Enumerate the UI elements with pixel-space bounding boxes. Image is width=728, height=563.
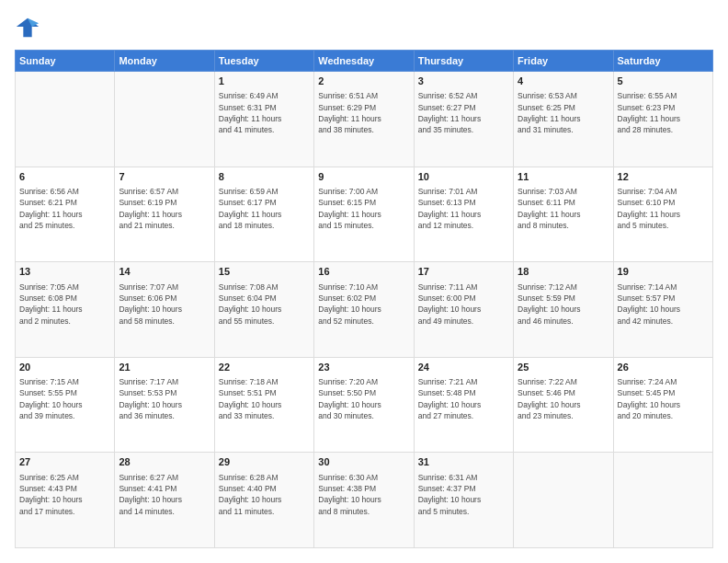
cell-content: Sunrise: 6:59 AMSunset: 6:17 PMDaylight:… bbox=[219, 186, 310, 231]
cell-content: Sunrise: 7:12 AMSunset: 5:59 PMDaylight:… bbox=[518, 282, 609, 327]
col-header-monday: Monday bbox=[115, 51, 214, 72]
cell-5-2: 28Sunrise: 6:27 AMSunset: 4:41 PMDayligh… bbox=[115, 453, 214, 548]
page: SundayMondayTuesdayWednesdayThursdayFrid… bbox=[0, 0, 728, 563]
cell-1-2 bbox=[115, 72, 214, 167]
cell-5-4: 30Sunrise: 6:30 AMSunset: 4:38 PMDayligh… bbox=[314, 453, 414, 548]
cell-1-3: 1Sunrise: 6:49 AMSunset: 6:31 PMDaylight… bbox=[214, 72, 313, 167]
cell-4-2: 21Sunrise: 7:17 AMSunset: 5:53 PMDayligh… bbox=[115, 357, 214, 453]
cell-content: Sunrise: 6:57 AMSunset: 6:19 PMDaylight:… bbox=[119, 186, 210, 231]
cell-3-1: 13Sunrise: 7:05 AMSunset: 6:08 PMDayligh… bbox=[16, 262, 115, 358]
day-number: 4 bbox=[518, 75, 609, 88]
day-number: 18 bbox=[518, 265, 609, 279]
day-number: 5 bbox=[618, 75, 709, 88]
week-row-5: 27Sunrise: 6:25 AMSunset: 4:43 PMDayligh… bbox=[16, 453, 713, 548]
day-number: 31 bbox=[418, 455, 509, 469]
day-number: 23 bbox=[318, 361, 409, 374]
cell-5-6 bbox=[514, 453, 613, 548]
day-number: 22 bbox=[219, 361, 310, 374]
cell-1-6: 4Sunrise: 6:53 AMSunset: 6:25 PMDaylight… bbox=[514, 72, 613, 167]
day-number: 25 bbox=[518, 361, 609, 374]
cell-2-4: 9Sunrise: 7:00 AMSunset: 6:15 PMDaylight… bbox=[314, 167, 414, 262]
cell-5-7 bbox=[613, 453, 712, 548]
cell-2-6: 11Sunrise: 7:03 AMSunset: 6:11 PMDayligh… bbox=[514, 167, 613, 262]
cell-4-4: 23Sunrise: 7:20 AMSunset: 5:50 PMDayligh… bbox=[314, 357, 414, 453]
cell-2-3: 8Sunrise: 6:59 AMSunset: 6:17 PMDaylight… bbox=[214, 167, 313, 262]
cell-content: Sunrise: 6:49 AMSunset: 6:31 PMDaylight:… bbox=[219, 90, 310, 135]
day-number: 7 bbox=[119, 170, 210, 184]
cell-content: Sunrise: 7:18 AMSunset: 5:51 PMDaylight:… bbox=[219, 376, 310, 421]
day-number: 30 bbox=[318, 455, 409, 469]
day-number: 3 bbox=[418, 75, 509, 88]
cell-content: Sunrise: 7:14 AMSunset: 5:57 PMDaylight:… bbox=[618, 282, 709, 327]
cell-content: Sunrise: 7:03 AMSunset: 6:11 PMDaylight:… bbox=[518, 186, 609, 231]
cell-content: Sunrise: 6:55 AMSunset: 6:23 PMDaylight:… bbox=[618, 90, 709, 135]
cell-content: Sunrise: 7:10 AMSunset: 6:02 PMDaylight:… bbox=[318, 282, 409, 327]
cell-1-4: 2Sunrise: 6:51 AMSunset: 6:29 PMDaylight… bbox=[314, 72, 414, 167]
cell-5-1: 27Sunrise: 6:25 AMSunset: 4:43 PMDayligh… bbox=[16, 453, 115, 548]
day-number: 26 bbox=[618, 361, 709, 374]
cell-content: Sunrise: 7:04 AMSunset: 6:10 PMDaylight:… bbox=[618, 186, 709, 231]
cell-4-7: 26Sunrise: 7:24 AMSunset: 5:45 PMDayligh… bbox=[613, 357, 712, 453]
cell-content: Sunrise: 6:56 AMSunset: 6:21 PMDaylight:… bbox=[19, 186, 110, 231]
cell-content: Sunrise: 6:28 AMSunset: 4:40 PMDaylight:… bbox=[219, 472, 310, 517]
cell-content: Sunrise: 7:24 AMSunset: 5:45 PMDaylight:… bbox=[618, 376, 709, 421]
day-number: 28 bbox=[119, 455, 210, 469]
cell-content: Sunrise: 7:20 AMSunset: 5:50 PMDaylight:… bbox=[318, 376, 409, 421]
header bbox=[15, 15, 713, 40]
cell-content: Sunrise: 7:11 AMSunset: 6:00 PMDaylight:… bbox=[418, 282, 509, 327]
day-number: 1 bbox=[219, 75, 310, 88]
col-header-sunday: Sunday bbox=[16, 51, 115, 72]
cell-content: Sunrise: 7:15 AMSunset: 5:55 PMDaylight:… bbox=[19, 376, 110, 421]
cell-content: Sunrise: 6:25 AMSunset: 4:43 PMDaylight:… bbox=[19, 472, 110, 517]
cell-5-3: 29Sunrise: 6:28 AMSunset: 4:40 PMDayligh… bbox=[214, 453, 313, 548]
cell-content: Sunrise: 6:51 AMSunset: 6:29 PMDaylight:… bbox=[318, 90, 409, 135]
cell-content: Sunrise: 7:17 AMSunset: 5:53 PMDaylight:… bbox=[119, 376, 210, 421]
cell-content: Sunrise: 7:00 AMSunset: 6:15 PMDaylight:… bbox=[318, 186, 409, 231]
cell-2-5: 10Sunrise: 7:01 AMSunset: 6:13 PMDayligh… bbox=[414, 167, 513, 262]
day-number: 6 bbox=[19, 170, 110, 184]
day-number: 15 bbox=[219, 265, 310, 279]
week-row-1: 1Sunrise: 6:49 AMSunset: 6:31 PMDaylight… bbox=[16, 72, 713, 167]
cell-4-3: 22Sunrise: 7:18 AMSunset: 5:51 PMDayligh… bbox=[214, 357, 313, 453]
svg-marker-0 bbox=[17, 18, 39, 38]
cell-2-2: 7Sunrise: 6:57 AMSunset: 6:19 PMDaylight… bbox=[115, 167, 214, 262]
cell-content: Sunrise: 7:01 AMSunset: 6:13 PMDaylight:… bbox=[418, 186, 509, 231]
day-number: 11 bbox=[518, 170, 609, 184]
cell-content: Sunrise: 6:31 AMSunset: 4:37 PMDaylight:… bbox=[418, 472, 509, 517]
cell-4-5: 24Sunrise: 7:21 AMSunset: 5:48 PMDayligh… bbox=[414, 357, 513, 453]
logo-icon bbox=[15, 15, 40, 40]
day-number: 29 bbox=[219, 455, 310, 469]
header-row: SundayMondayTuesdayWednesdayThursdayFrid… bbox=[16, 51, 713, 72]
day-number: 17 bbox=[418, 265, 509, 279]
logo bbox=[15, 15, 44, 40]
cell-2-1: 6Sunrise: 6:56 AMSunset: 6:21 PMDaylight… bbox=[16, 167, 115, 262]
cell-content: Sunrise: 6:53 AMSunset: 6:25 PMDaylight:… bbox=[518, 90, 609, 135]
cell-3-3: 15Sunrise: 7:08 AMSunset: 6:04 PMDayligh… bbox=[214, 262, 313, 358]
cell-content: Sunrise: 7:07 AMSunset: 6:06 PMDaylight:… bbox=[119, 282, 210, 327]
cell-1-1 bbox=[16, 72, 115, 167]
col-header-wednesday: Wednesday bbox=[314, 51, 414, 72]
week-row-4: 20Sunrise: 7:15 AMSunset: 5:55 PMDayligh… bbox=[16, 357, 713, 453]
cell-content: Sunrise: 6:30 AMSunset: 4:38 PMDaylight:… bbox=[318, 472, 409, 517]
week-row-3: 13Sunrise: 7:05 AMSunset: 6:08 PMDayligh… bbox=[16, 262, 713, 358]
day-number: 12 bbox=[618, 170, 709, 184]
cell-1-5: 3Sunrise: 6:52 AMSunset: 6:27 PMDaylight… bbox=[414, 72, 513, 167]
day-number: 2 bbox=[318, 75, 409, 88]
cell-content: Sunrise: 7:08 AMSunset: 6:04 PMDaylight:… bbox=[219, 282, 310, 327]
cell-3-7: 19Sunrise: 7:14 AMSunset: 5:57 PMDayligh… bbox=[613, 262, 712, 358]
col-header-saturday: Saturday bbox=[613, 51, 712, 72]
cell-2-7: 12Sunrise: 7:04 AMSunset: 6:10 PMDayligh… bbox=[613, 167, 712, 262]
cell-content: Sunrise: 7:21 AMSunset: 5:48 PMDaylight:… bbox=[418, 376, 509, 421]
col-header-friday: Friday bbox=[514, 51, 613, 72]
col-header-thursday: Thursday bbox=[414, 51, 513, 72]
col-header-tuesday: Tuesday bbox=[214, 51, 313, 72]
calendar-table: SundayMondayTuesdayWednesdayThursdayFrid… bbox=[15, 50, 713, 548]
cell-content: Sunrise: 7:22 AMSunset: 5:46 PMDaylight:… bbox=[518, 376, 609, 421]
day-number: 21 bbox=[119, 361, 210, 374]
cell-3-6: 18Sunrise: 7:12 AMSunset: 5:59 PMDayligh… bbox=[514, 262, 613, 358]
cell-content: Sunrise: 6:52 AMSunset: 6:27 PMDaylight:… bbox=[418, 90, 509, 135]
day-number: 19 bbox=[618, 265, 709, 279]
cell-5-5: 31Sunrise: 6:31 AMSunset: 4:37 PMDayligh… bbox=[414, 453, 513, 548]
day-number: 16 bbox=[318, 265, 409, 279]
day-number: 20 bbox=[19, 361, 110, 374]
